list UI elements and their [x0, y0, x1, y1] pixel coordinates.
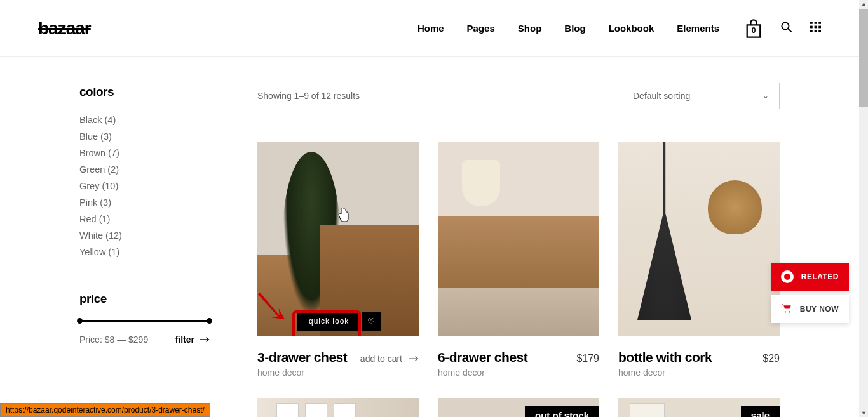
slider-handle-max[interactable] — [207, 318, 212, 324]
filter-button[interactable]: filter — [175, 334, 210, 345]
scroll-up-icon[interactable]: ▲ — [861, 1, 867, 7]
product-category[interactable]: home decor — [618, 367, 780, 378]
color-yellow[interactable]: Yellow (1) — [79, 244, 222, 260]
nav-lookbook[interactable]: Lookbook — [609, 23, 654, 34]
product-category[interactable]: home decor — [257, 367, 419, 378]
svg-rect-6 — [815, 26, 817, 29]
product-image[interactable] — [257, 398, 419, 417]
product-card: 6-drawer chest $179 home decor — [438, 142, 599, 378]
price-filter: price Price: $8 — $299 filter — [79, 292, 222, 345]
color-brown[interactable]: Brown (7) — [79, 145, 222, 161]
colors-title: colors — [79, 85, 222, 99]
svg-rect-2 — [810, 22, 813, 24]
scroll-down-icon[interactable]: ▼ — [861, 410, 867, 416]
product-price: $29 — [763, 353, 780, 364]
cart-icon — [781, 303, 792, 315]
color-blue[interactable]: Blue (3) — [79, 128, 222, 145]
out-of-stock-badge: out of stock — [525, 406, 599, 417]
chevron-down-icon: ⌄ — [763, 91, 769, 100]
arrow-right-icon — [409, 355, 419, 362]
cart-count: 0 — [752, 25, 756, 34]
color-red[interactable]: Red (1) — [79, 211, 222, 227]
price-title: price — [79, 292, 222, 306]
svg-rect-9 — [815, 30, 817, 32]
nav-home[interactable]: Home — [417, 23, 444, 34]
product-category[interactable]: home decor — [438, 367, 599, 378]
product-grid: quick look ♡ 3-drawer chest add to cart — [257, 142, 780, 378]
sort-label: Default sorting — [633, 91, 690, 101]
svg-rect-8 — [810, 30, 813, 32]
search-icon[interactable] — [780, 21, 792, 36]
scrollbar-thumb[interactable] — [859, 9, 868, 107]
nav-shop[interactable]: Shop — [518, 23, 542, 34]
slider-handle-min[interactable] — [77, 318, 83, 324]
svg-rect-4 — [818, 22, 821, 24]
product-image[interactable]: quick look ♡ — [257, 142, 419, 336]
buy-now-button[interactable]: BUY NOW — [771, 295, 849, 323]
quick-look-button[interactable]: quick look — [297, 312, 360, 331]
related-label: RELATED — [801, 272, 839, 281]
price-range-text: Price: $8 — $299 — [79, 334, 148, 345]
price-slider[interactable] — [79, 320, 210, 322]
status-bar-url: https://bazaar.qodeinteractive.com/produ… — [0, 403, 210, 417]
header-icons: 0 — [745, 18, 821, 39]
svg-rect-5 — [810, 26, 813, 29]
nav-blog[interactable]: Blog — [564, 23, 585, 34]
product-image[interactable] — [618, 142, 780, 336]
main-nav: Home Pages Shop Blog Lookbook Elements — [417, 23, 719, 34]
logo[interactable]: bazaar — [38, 18, 91, 39]
color-green[interactable]: Green (2) — [79, 161, 222, 178]
product-grid-row2: out of stock sale — [257, 398, 780, 417]
nav-pages[interactable]: Pages — [467, 23, 495, 34]
filter-label: filter — [175, 334, 194, 345]
color-white[interactable]: White (12) — [79, 227, 222, 244]
arrow-right-icon — [200, 336, 210, 343]
main-content: colors Black (4) Blue (3) Brown (7) Gree… — [0, 57, 859, 417]
related-icon — [781, 270, 794, 283]
nav-elements[interactable]: Elements — [677, 23, 719, 34]
svg-point-0 — [782, 22, 789, 29]
svg-rect-10 — [818, 30, 821, 32]
color-pink[interactable]: Pink (3) — [79, 194, 222, 211]
site-header: bazaar Home Pages Shop Blog Lookbook Ele… — [0, 0, 859, 57]
product-image[interactable] — [438, 142, 599, 336]
product-card: quick look ♡ 3-drawer chest add to cart — [257, 142, 419, 378]
svg-rect-7 — [818, 26, 821, 29]
svg-rect-3 — [815, 22, 817, 24]
product-title[interactable]: 6-drawer chest — [438, 350, 527, 365]
product-title[interactable]: bottle with cork — [618, 350, 712, 365]
wishlist-icon[interactable]: ♡ — [362, 312, 381, 331]
add-to-cart-button[interactable]: add to cart — [360, 354, 419, 364]
product-image[interactable]: sale — [618, 398, 780, 417]
sort-select[interactable]: Default sorting ⌄ — [621, 83, 780, 109]
results-count: Showing 1–9 of 12 results — [257, 91, 360, 101]
filter-sidebar: colors Black (4) Blue (3) Brown (7) Gree… — [79, 83, 222, 417]
cart-icon[interactable]: 0 — [745, 18, 763, 39]
svg-line-1 — [788, 29, 792, 32]
product-image[interactable]: out of stock — [438, 398, 599, 417]
product-title[interactable]: 3-drawer chest — [257, 350, 347, 365]
product-card: bottle with cork $29 home decor — [618, 142, 780, 378]
buy-label: BUY NOW — [800, 305, 839, 314]
color-grey[interactable]: Grey (10) — [79, 178, 222, 194]
color-black[interactable]: Black (4) — [79, 112, 222, 128]
scrollbar[interactable]: ▲ ▼ — [859, 0, 868, 417]
color-list: Black (4) Blue (3) Brown (7) Green (2) G… — [79, 112, 222, 260]
products-area: Showing 1–9 of 12 results Default sortin… — [257, 83, 780, 417]
related-button[interactable]: RELATED — [771, 263, 849, 291]
sale-badge: sale — [741, 406, 780, 417]
product-price: $179 — [576, 353, 599, 364]
grid-icon[interactable] — [810, 22, 821, 35]
floating-actions: RELATED BUY NOW — [771, 263, 849, 323]
